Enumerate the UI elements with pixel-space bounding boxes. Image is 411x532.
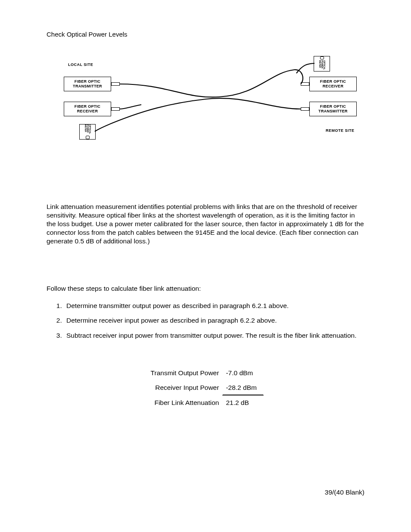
calc-label: Receiver Input Power [147,380,223,395]
connector-stub [301,82,309,86]
remote-site-label: REMOTE SITE [326,128,355,134]
calc-value: -28.2 dBm [222,380,264,395]
steps-list: Determine transmitter output power as de… [56,302,364,339]
fiber-diagram: LOCAL SITE REMOTE SITE FIBER OPTIC TRANS… [55,56,365,151]
fiber-optic-transmitter-remote: FIBER OPTIC TRANSMITTER [309,102,357,116]
step-item: Determine transmitter output power as de… [64,302,364,310]
connector-stub [111,82,120,86]
calc-label: Transmit Output Power [147,366,223,380]
connector-stub [301,107,309,111]
fiber-optic-receiver-local: FIBER OPTIC RECEIVER [64,102,111,116]
fiber-optic-transmitter-local: FIBER OPTIC TRANSMITTER [64,77,111,91]
connector-stub [111,107,120,111]
calc-label: Fiber Link Attenuation [147,395,223,411]
paragraph-intro: Link attenuation measurement identifies … [47,202,364,246]
step-item: Subtract receiver input power from trans… [64,331,364,340]
page-number: 39/(40 Blank) [325,488,364,497]
calc-value: -7.0 dBm [222,366,264,380]
optical-power-meter-remote: OPTICAL POWER METER [314,56,330,72]
calc-value: 21.2 dB [222,395,264,411]
paragraph-steps-lead: Follow these steps to calculate fiber li… [47,284,364,293]
fiber-optic-receiver-remote: FIBER OPTIC RECEIVER [309,77,357,91]
optical-power-meter-local: OPTICAL POWER METER [79,124,96,140]
local-site-label: LOCAL SITE [68,62,93,68]
page-header: Check Optical Power Levels [47,30,364,39]
attenuation-calc-table: Transmit Output Power -7.0 dBm Receiver … [147,366,264,410]
step-item: Determine receiver input power as descri… [64,316,364,325]
document-page: Check Optical Power Levels LOCAL SITE RE… [0,0,411,532]
